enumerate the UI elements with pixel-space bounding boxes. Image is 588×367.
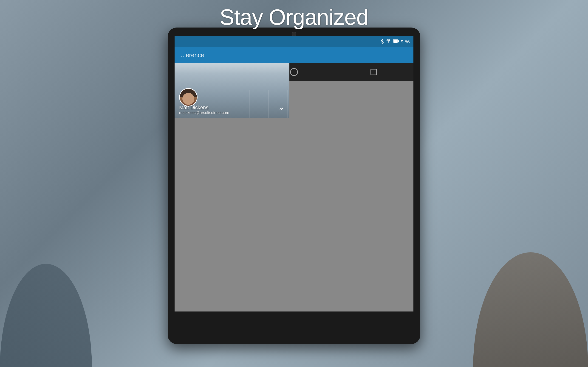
app-header: ...ference [174, 47, 414, 63]
battery-icon [393, 40, 399, 44]
wifi-icon [386, 39, 391, 44]
status-icons: 9:56 [380, 39, 410, 45]
avatar [179, 88, 198, 106]
tablet-frame: 9:56 ...ference [168, 27, 420, 344]
status-time: 9:56 [401, 39, 410, 44]
page-title: Stay Organized [0, 5, 588, 30]
user-email: mdickens@resultsdirect.com [179, 110, 229, 115]
recents-icon [371, 69, 377, 75]
svg-rect-2 [393, 40, 398, 43]
tablet-camera [292, 32, 296, 36]
settings-icon[interactable] [277, 105, 285, 113]
tablet-screen: 9:56 ...ference [174, 36, 414, 311]
recents-button[interactable] [367, 65, 380, 79]
user-info: Matt Dickens mdickens@resultsdirect.com [179, 105, 229, 115]
drawer-header: Matt Dickens mdickens@resultsdirect.com [174, 63, 289, 118]
svg-rect-1 [398, 40, 399, 42]
app-header-title: ...ference [179, 52, 204, 59]
user-name: Matt Dickens [179, 105, 229, 110]
status-bar: 9:56 [174, 36, 414, 47]
bluetooth-icon [380, 39, 384, 45]
home-icon [290, 68, 298, 76]
